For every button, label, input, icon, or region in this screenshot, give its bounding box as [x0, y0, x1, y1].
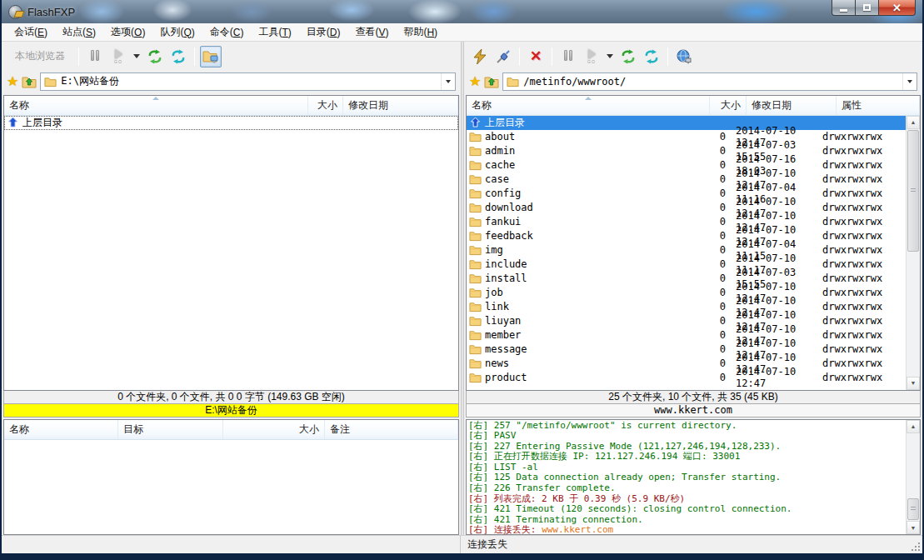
- minimize-button[interactable]: [832, 0, 856, 16]
- remote-column-size[interactable]: 大小: [710, 96, 747, 115]
- scroll-down-icon[interactable]: ▼: [907, 521, 920, 534]
- menu-item[interactable]: 工具(T): [251, 23, 298, 41]
- remote-file-row[interactable]: install 0 2014-07-03 15:55 drwxrwxrwx: [467, 272, 906, 286]
- transfer-button[interactable]: [144, 46, 166, 68]
- sort-ascending-icon: [152, 97, 159, 100]
- remote-file-row[interactable]: news 0 2014-07-10 12:47 drwxrwxrwx: [467, 357, 906, 371]
- log-link[interactable]: www.kkert.com: [542, 524, 613, 534]
- title-bar[interactable]: FlashFXP ✕: [2, 0, 922, 23]
- remote-file-row[interactable]: admin 0 2014-07-03 15:55 drwxrwxrwx: [467, 144, 906, 158]
- menu-item[interactable]: 帮助(H): [396, 23, 445, 41]
- connection-status-text: 连接丢失: [461, 538, 507, 552]
- folder-sync-button[interactable]: [200, 46, 222, 68]
- remote-file-row[interactable]: liuyan 0 2014-07-10 12:47 drwxrwxrwx: [467, 314, 906, 328]
- remote-up-directory-row[interactable]: 上层目录: [467, 116, 906, 130]
- remote-file-row[interactable]: feedback 0 2014-07-10 12:47 drwxrwxrwx: [467, 229, 906, 243]
- queue-column-target[interactable]: 目标: [118, 420, 223, 439]
- log-lines: [右] 257 "/metinfo/wwwroot" is current di…: [467, 420, 906, 535]
- remote-file-row[interactable]: download 0 2014-07-10 12:47 drwxrwxrwx: [467, 201, 906, 215]
- folder-icon: [469, 343, 482, 355]
- remote-file-row[interactable]: fankui 0 2014-07-10 12:47 drwxrwxrwx: [467, 215, 906, 229]
- scroll-down-icon[interactable]: ▼: [907, 377, 920, 390]
- remote-file-row[interactable]: job 0 2014-07-10 12:47 drwxrwxrwx: [467, 286, 906, 300]
- start-queue-dropdown[interactable]: [604, 46, 616, 68]
- folder-icon: [469, 372, 482, 383]
- pause-queue-button[interactable]: [557, 46, 579, 68]
- menu-item[interactable]: 选项(O): [103, 23, 152, 41]
- local-path-combobox[interactable]: E:\网站备份: [40, 72, 456, 91]
- folder-up-icon[interactable]: [484, 75, 499, 88]
- pause-queue-button[interactable]: [84, 46, 106, 68]
- local-up-directory-row[interactable]: 上层目录: [4, 116, 458, 130]
- folder-icon: [469, 358, 482, 369]
- folder-icon: [469, 315, 482, 327]
- remote-file-row[interactable]: case 0 2014-07-10 12:47 drwxrwxrwx: [467, 172, 906, 187]
- close-button[interactable]: ✕: [879, 0, 916, 16]
- menu-item[interactable]: 会话(E): [7, 23, 55, 41]
- folder-up-icon[interactable]: [22, 75, 37, 88]
- statusbar-left-section: [2, 536, 461, 553]
- remote-file-row[interactable]: config 0 2014-07-04 11:16 drwxrwxrwx: [467, 187, 906, 201]
- menu-item[interactable]: 查看(V): [347, 23, 396, 41]
- refresh-button[interactable]: [167, 46, 189, 68]
- remote-list-scrollbar[interactable]: ▲ ▼: [906, 116, 920, 390]
- scrollbar-thumb[interactable]: [907, 130, 919, 252]
- scroll-up-icon[interactable]: ▲: [907, 116, 920, 129]
- start-queue-button[interactable]: GO: [581, 46, 602, 68]
- remote-column-name[interactable]: 名称: [467, 96, 710, 115]
- quick-connect-button[interactable]: [492, 46, 514, 68]
- local-path-dropdown[interactable]: [441, 73, 455, 90]
- remote-file-row[interactable]: cache 0 2014-07-16 18:03 drwxrwxrwx: [467, 158, 906, 172]
- site-info-button[interactable]: [673, 46, 695, 68]
- start-queue-button[interactable]: GO: [107, 46, 129, 68]
- start-queue-dropdown[interactable]: [131, 46, 142, 68]
- remote-file-row[interactable]: include 0 2014-07-10 11:17 drwxrwxrwx: [467, 258, 906, 272]
- queue-panel: 名称 目标 大小 备注: [3, 419, 459, 536]
- menu-item[interactable]: 站点(S): [55, 23, 103, 41]
- play-icon: GO: [114, 49, 122, 64]
- local-column-date[interactable]: 修改日期: [343, 96, 458, 115]
- queue-column-note[interactable]: 备注: [325, 420, 458, 439]
- connect-button[interactable]: [469, 46, 491, 68]
- remote-pane: ✕ GO: [464, 42, 922, 535]
- remote-path-dropdown[interactable]: [902, 73, 917, 90]
- scroll-up-icon[interactable]: ▲: [907, 420, 920, 433]
- transfer-icon: [620, 48, 637, 65]
- favorites-star-icon[interactable]: ★: [7, 73, 18, 89]
- remote-path-combobox[interactable]: /metinfo/wwwroot/: [502, 72, 917, 91]
- remote-file-row[interactable]: link 0 2014-07-10 12:47 drwxrwxrwx: [467, 300, 906, 314]
- remote-file-list: 名称 大小 修改日期 属性 上层目录: [466, 95, 921, 391]
- refresh-button[interactable]: [641, 46, 662, 68]
- queue-empty-area: [4, 440, 458, 535]
- menu-item[interactable]: 命令(C): [202, 23, 252, 41]
- local-column-size[interactable]: 大小: [308, 96, 343, 115]
- remote-file-row[interactable]: product 0 2014-07-10 12:47 drwxrwxrwx: [467, 371, 906, 385]
- log-scrollbar[interactable]: ▲ ▼: [906, 420, 920, 535]
- menu-item[interactable]: 队列(Q): [152, 23, 202, 41]
- remote-site-bar: www.kkert.com: [466, 404, 921, 418]
- remote-rows: 上层目录: [467, 116, 906, 390]
- remote-file-row[interactable]: member 0 2014-07-10 12:47 drwxrwxrwx: [467, 328, 906, 342]
- queue-column-name[interactable]: 名称: [4, 420, 118, 439]
- maximize-icon: [863, 4, 871, 11]
- remote-file-row[interactable]: img 0 2014-07-04 11:15 drwxrwxrwx: [467, 243, 906, 258]
- menu-item[interactable]: 目录(D): [299, 23, 348, 41]
- sort-ascending-icon: [585, 97, 592, 100]
- refresh-icon: [170, 48, 187, 65]
- transfer-button[interactable]: [617, 46, 639, 68]
- local-column-name[interactable]: 名称: [4, 96, 308, 115]
- queue-column-size[interactable]: 大小: [223, 420, 325, 439]
- scrollbar-thumb[interactable]: [907, 498, 919, 520]
- remote-column-date[interactable]: 修改日期: [747, 96, 837, 115]
- remote-file-row[interactable]: message 0 2014-07-10 12:47 drwxrwxrwx: [467, 342, 906, 357]
- lightning-icon: [472, 48, 488, 65]
- local-browser-button[interactable]: 本地浏览器: [7, 46, 73, 67]
- remote-column-attr[interactable]: 属性: [837, 96, 920, 115]
- disconnect-button[interactable]: ✕: [525, 46, 547, 68]
- remote-file-row[interactable]: about 0 2014-07-10 12:47 drwxrwxrwx: [467, 130, 906, 144]
- maximize-button[interactable]: [856, 0, 879, 16]
- resize-grip[interactable]: [910, 541, 921, 552]
- app-icon[interactable]: [8, 5, 22, 19]
- favorites-star-icon[interactable]: ★: [469, 73, 481, 89]
- log-line: [右] 257 "/metinfo/wwwroot" is current di…: [468, 421, 904, 432]
